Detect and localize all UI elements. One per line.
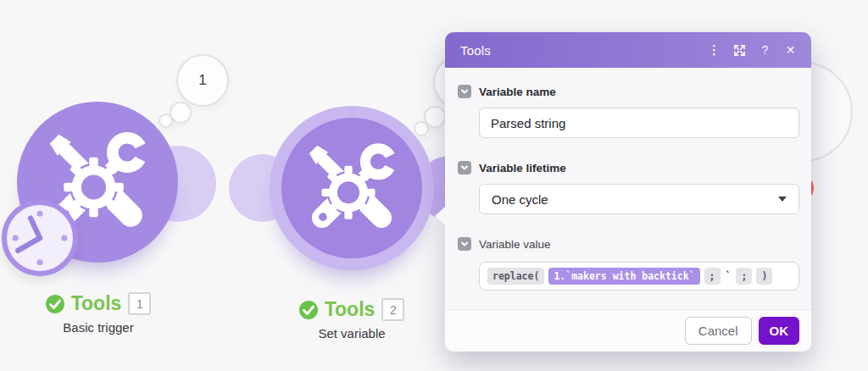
field-variable-value: Variable value replace( 1.`makers with b… — [458, 237, 799, 291]
check-icon — [299, 301, 318, 319]
field-variable-lifetime: Variable lifetime One cycle — [458, 161, 799, 214]
chevron-down-icon[interactable] — [458, 161, 471, 174]
dialog-footer: Cancel OK — [445, 309, 811, 352]
module-1-thought-bubble: 1 — [176, 54, 229, 107]
dialog-header-icons: ⋮ ? ✕ — [707, 42, 798, 58]
dialog-title: Tools — [460, 43, 491, 58]
selected-option: One cycle — [492, 192, 548, 207]
chevron-down-icon[interactable] — [458, 237, 471, 251]
module-1-group: 1 — [0, 0, 220, 371]
field-variable-name: Variable name — [458, 85, 799, 138]
module-2-circle[interactable] — [281, 118, 422, 258]
close-icon[interactable]: ✕ — [783, 42, 798, 58]
cancel-button[interactable]: Cancel — [685, 317, 752, 345]
check-icon — [46, 295, 64, 313]
tools-settings-dialog: Tools ⋮ ? ✕ Variable name — [445, 32, 811, 352]
formula-token-separator[interactable]: ; — [736, 268, 752, 285]
expand-icon[interactable] — [732, 42, 747, 58]
module-1-caption: Tools 1 — [0, 292, 197, 315]
variable-name-input[interactable] — [479, 108, 799, 138]
dialog-header: Tools ⋮ ? ✕ — [445, 32, 811, 68]
formula-token-close-paren[interactable]: ) — [756, 268, 772, 285]
dialog-body: Variable name Variable lifetime One cycl… — [445, 68, 811, 309]
help-icon[interactable]: ? — [758, 42, 772, 58]
variable-value-label: Variable value — [479, 238, 551, 251]
chevron-down-icon[interactable] — [458, 85, 471, 98]
formula-token-function[interactable]: replace( — [487, 268, 544, 285]
module-2-badge: 2 — [381, 298, 404, 321]
module-2-group: Tools 2 Set variable — [220, 0, 458, 371]
kebab-menu-icon[interactable]: ⋮ — [707, 42, 721, 58]
variable-value-formula-input[interactable]: replace( 1.`makers with backtick` ; ` ; … — [479, 262, 799, 291]
variable-name-label: Variable name — [479, 86, 556, 98]
module-2-caption: Tools 2 — [254, 298, 449, 321]
variable-lifetime-label: Variable lifetime — [479, 162, 566, 174]
clock-icon — [2, 200, 78, 276]
formula-token-text: ` — [725, 268, 732, 285]
formula-token-variable[interactable]: 1.`makers with backtick` — [548, 268, 699, 285]
tools-icon — [295, 131, 409, 245]
module-2-bubble-small — [414, 121, 429, 136]
ok-button[interactable]: OK — [759, 317, 800, 345]
module-1-app-name: Tools — [71, 292, 122, 315]
variable-lifetime-select[interactable]: One cycle — [479, 184, 799, 214]
module-2-subtitle[interactable]: Set variable — [254, 326, 449, 341]
module-1-subtitle[interactable]: Basic trigger — [0, 320, 197, 335]
module-1-badge: 1 — [128, 292, 151, 315]
formula-token-separator[interactable]: ; — [704, 268, 721, 285]
bubble-count: 1 — [198, 72, 206, 89]
dialog-pointer-arrow — [435, 207, 445, 225]
caret-down-icon — [778, 197, 787, 202]
module-2-app-name: Tools — [325, 298, 376, 321]
